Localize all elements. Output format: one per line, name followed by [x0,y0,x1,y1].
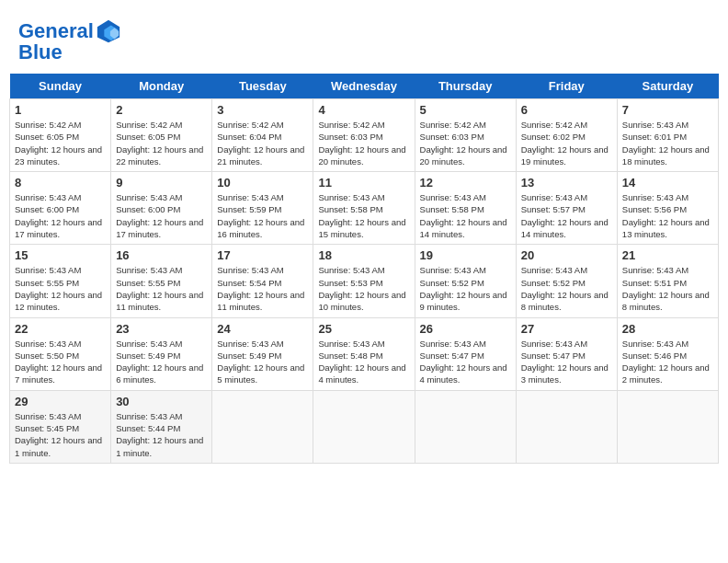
calendar-cell: 24 Sunrise: 5:43 AM Sunset: 5:49 PM Dayl… [212,317,313,390]
calendar-cell: 6 Sunrise: 5:42 AM Sunset: 6:02 PM Dayli… [516,99,617,172]
calendar-cell: 13 Sunrise: 5:43 AM Sunset: 5:57 PM Dayl… [516,172,617,245]
calendar-cell: 11 Sunrise: 5:43 AM Sunset: 5:58 PM Dayl… [313,172,415,245]
day-number: 11 [318,176,409,190]
day-info: Sunrise: 5:42 AM Sunset: 6:05 PM Dayligh… [15,119,106,167]
day-number: 27 [521,322,612,336]
calendar-cell: 26 Sunrise: 5:43 AM Sunset: 5:47 PM Dayl… [415,317,516,390]
day-number: 25 [318,322,409,336]
day-info: Sunrise: 5:43 AM Sunset: 5:48 PM Dayligh… [318,338,409,386]
day-number: 20 [521,248,612,262]
day-header-monday: Monday [111,74,212,99]
calendar-cell: 7 Sunrise: 5:43 AM Sunset: 6:01 PM Dayli… [617,99,718,172]
calendar-cell: 5 Sunrise: 5:42 AM Sunset: 6:03 PM Dayli… [415,99,516,172]
day-number: 18 [318,248,409,262]
day-header-thursday: Thursday [415,74,516,99]
day-number: 19 [420,248,511,262]
calendar-cell: 10 Sunrise: 5:43 AM Sunset: 5:59 PM Dayl… [212,172,313,245]
day-info: Sunrise: 5:43 AM Sunset: 6:01 PM Dayligh… [622,119,713,167]
logo-icon [96,18,121,44]
calendar-cell: 15 Sunrise: 5:43 AM Sunset: 5:55 PM Dayl… [10,245,111,317]
day-info: Sunrise: 5:43 AM Sunset: 5:47 PM Dayligh… [521,338,612,386]
day-number: 1 [15,103,106,117]
calendar-cell: 20 Sunrise: 5:43 AM Sunset: 5:52 PM Dayl… [516,245,617,317]
logo: General Blue [18,18,121,64]
day-header-tuesday: Tuesday [212,74,313,99]
day-info: Sunrise: 5:43 AM Sunset: 5:58 PM Dayligh… [420,191,511,240]
day-number: 12 [420,176,511,190]
day-info: Sunrise: 5:43 AM Sunset: 6:00 PM Dayligh… [15,191,106,240]
day-number: 14 [622,176,713,190]
day-number: 17 [217,248,308,262]
day-info: Sunrise: 5:43 AM Sunset: 5:45 PM Dayligh… [15,410,106,459]
day-info: Sunrise: 5:42 AM Sunset: 6:03 PM Dayligh… [420,119,511,167]
day-info: Sunrise: 5:42 AM Sunset: 6:02 PM Dayligh… [521,119,612,167]
calendar-cell: 3 Sunrise: 5:42 AM Sunset: 6:04 PM Dayli… [212,99,313,172]
day-info: Sunrise: 5:42 AM Sunset: 6:05 PM Dayligh… [116,119,207,167]
day-number: 23 [116,322,207,336]
day-info: Sunrise: 5:43 AM Sunset: 6:00 PM Dayligh… [116,191,207,240]
calendar-cell [617,390,718,463]
calendar-cell [516,390,617,463]
day-info: Sunrise: 5:43 AM Sunset: 5:58 PM Dayligh… [318,191,409,240]
calendar-cell: 2 Sunrise: 5:42 AM Sunset: 6:05 PM Dayli… [111,99,212,172]
day-header-friday: Friday [516,74,617,99]
day-number: 28 [622,322,713,336]
day-info: Sunrise: 5:43 AM Sunset: 5:59 PM Dayligh… [217,191,308,240]
calendar-cell: 17 Sunrise: 5:43 AM Sunset: 5:54 PM Dayl… [212,245,313,317]
day-header-sunday: Sunday [10,74,111,99]
logo-text: General [18,20,94,42]
day-info: Sunrise: 5:43 AM Sunset: 5:55 PM Dayligh… [116,264,207,313]
day-number: 26 [420,322,511,336]
day-info: Sunrise: 5:43 AM Sunset: 5:47 PM Dayligh… [420,338,511,386]
calendar-cell: 30 Sunrise: 5:43 AM Sunset: 5:44 PM Dayl… [111,390,212,463]
calendar-cell: 14 Sunrise: 5:43 AM Sunset: 5:56 PM Dayl… [617,172,718,245]
day-info: Sunrise: 5:43 AM Sunset: 5:56 PM Dayligh… [622,191,713,240]
day-number: 6 [521,103,612,117]
calendar-cell: 8 Sunrise: 5:43 AM Sunset: 6:00 PM Dayli… [10,172,111,245]
day-number: 30 [116,395,207,408]
day-number: 5 [420,103,511,117]
calendar-cell: 22 Sunrise: 5:43 AM Sunset: 5:50 PM Dayl… [10,317,111,390]
calendar-cell: 12 Sunrise: 5:43 AM Sunset: 5:58 PM Dayl… [415,172,516,245]
calendar-cell [313,390,415,463]
day-info: Sunrise: 5:43 AM Sunset: 5:49 PM Dayligh… [116,338,207,386]
calendar-cell: 9 Sunrise: 5:43 AM Sunset: 6:00 PM Dayli… [111,172,212,245]
day-info: Sunrise: 5:43 AM Sunset: 5:49 PM Dayligh… [217,338,308,386]
calendar-cell [415,390,516,463]
day-number: 13 [521,176,612,190]
day-number: 15 [15,248,106,262]
day-number: 3 [217,103,308,117]
day-info: Sunrise: 5:43 AM Sunset: 5:55 PM Dayligh… [15,264,106,313]
calendar-cell: 1 Sunrise: 5:42 AM Sunset: 6:05 PM Dayli… [10,99,111,172]
day-info: Sunrise: 5:42 AM Sunset: 6:04 PM Dayligh… [217,119,308,167]
day-number: 29 [15,395,106,408]
day-number: 8 [15,176,106,190]
calendar-cell: 21 Sunrise: 5:43 AM Sunset: 5:51 PM Dayl… [617,245,718,317]
day-number: 22 [15,322,106,336]
day-info: Sunrise: 5:43 AM Sunset: 5:44 PM Dayligh… [116,410,207,459]
day-header-wednesday: Wednesday [313,74,415,99]
day-info: Sunrise: 5:43 AM Sunset: 5:54 PM Dayligh… [217,264,308,313]
calendar-cell: 16 Sunrise: 5:43 AM Sunset: 5:55 PM Dayl… [111,245,212,317]
day-number: 16 [116,248,207,262]
calendar-cell: 29 Sunrise: 5:43 AM Sunset: 5:45 PM Dayl… [10,390,111,463]
calendar-cell: 18 Sunrise: 5:43 AM Sunset: 5:53 PM Dayl… [313,245,415,317]
day-number: 2 [116,103,207,117]
calendar-cell: 23 Sunrise: 5:43 AM Sunset: 5:49 PM Dayl… [111,317,212,390]
calendar-cell: 25 Sunrise: 5:43 AM Sunset: 5:48 PM Dayl… [313,317,415,390]
calendar-table: SundayMondayTuesdayWednesdayThursdayFrid… [9,74,719,464]
day-header-saturday: Saturday [617,74,718,99]
day-number: 4 [318,103,409,117]
day-number: 7 [622,103,713,117]
day-info: Sunrise: 5:43 AM Sunset: 5:52 PM Dayligh… [420,264,511,313]
header: General Blue [9,9,719,69]
calendar-cell: 28 Sunrise: 5:43 AM Sunset: 5:46 PM Dayl… [617,317,718,390]
calendar-cell [212,390,313,463]
day-info: Sunrise: 5:43 AM Sunset: 5:46 PM Dayligh… [622,338,713,386]
day-number: 9 [116,176,207,190]
day-number: 10 [217,176,308,190]
day-number: 21 [622,248,713,262]
calendar-cell: 19 Sunrise: 5:43 AM Sunset: 5:52 PM Dayl… [415,245,516,317]
day-info: Sunrise: 5:43 AM Sunset: 5:53 PM Dayligh… [318,264,409,313]
day-info: Sunrise: 5:42 AM Sunset: 6:03 PM Dayligh… [318,119,409,167]
